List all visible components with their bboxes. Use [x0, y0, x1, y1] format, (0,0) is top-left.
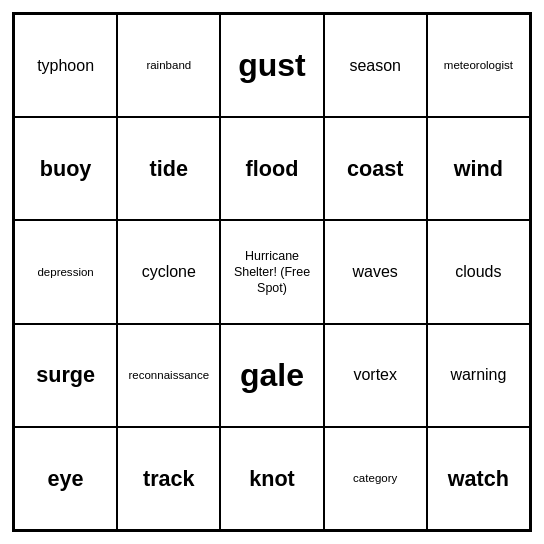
cell-text-4: meteorologist — [444, 59, 513, 72]
bingo-cell-16: reconnaissance — [117, 324, 220, 427]
cell-text-14: clouds — [455, 263, 501, 281]
cell-text-16: reconnaissance — [128, 369, 209, 382]
cell-text-10: depression — [37, 266, 93, 279]
bingo-cell-11: cyclone — [117, 220, 220, 323]
cell-text-5: buoy — [40, 157, 92, 181]
cell-text-1: rainband — [146, 59, 191, 72]
cell-text-13: waves — [353, 263, 398, 281]
bingo-cell-15: surge — [14, 324, 117, 427]
cell-text-11: cyclone — [142, 263, 196, 281]
bingo-cell-20: eye — [14, 427, 117, 530]
cell-text-9: wind — [454, 157, 503, 181]
bingo-cell-9: wind — [427, 117, 530, 220]
bingo-cell-8: coast — [324, 117, 427, 220]
cell-text-18: vortex — [353, 366, 397, 384]
bingo-cell-22: knot — [220, 427, 323, 530]
bingo-cell-1: rainband — [117, 14, 220, 117]
cell-text-8: coast — [347, 157, 403, 181]
bingo-cell-17: gale — [220, 324, 323, 427]
bingo-cell-13: waves — [324, 220, 427, 323]
cell-text-22: knot — [249, 467, 295, 491]
cell-text-15: surge — [36, 363, 95, 387]
cell-text-20: eye — [48, 467, 84, 491]
bingo-cell-23: category — [324, 427, 427, 530]
cell-text-6: tide — [150, 157, 188, 181]
bingo-cell-18: vortex — [324, 324, 427, 427]
cell-text-12: Hurricane Shelter! (Free Spot) — [225, 248, 318, 297]
bingo-cell-7: flood — [220, 117, 323, 220]
bingo-cell-6: tide — [117, 117, 220, 220]
bingo-cell-24: watch — [427, 427, 530, 530]
cell-text-0: typhoon — [37, 57, 94, 75]
cell-text-24: watch — [448, 467, 509, 491]
cell-text-2: gust — [238, 48, 306, 83]
cell-text-3: season — [349, 57, 401, 75]
bingo-board: typhoonrainbandgustseasonmeteorologistbu… — [12, 12, 532, 532]
bingo-cell-19: warning — [427, 324, 530, 427]
bingo-cell-14: clouds — [427, 220, 530, 323]
bingo-cell-3: season — [324, 14, 427, 117]
cell-text-19: warning — [450, 366, 506, 384]
bingo-cell-5: buoy — [14, 117, 117, 220]
bingo-cell-21: track — [117, 427, 220, 530]
bingo-cell-2: gust — [220, 14, 323, 117]
cell-text-7: flood — [246, 157, 299, 181]
bingo-cell-10: depression — [14, 220, 117, 323]
cell-text-17: gale — [240, 358, 304, 393]
bingo-cell-12: Hurricane Shelter! (Free Spot) — [220, 220, 323, 323]
bingo-cell-0: typhoon — [14, 14, 117, 117]
cell-text-23: category — [353, 472, 397, 485]
cell-text-21: track — [143, 467, 195, 491]
bingo-cell-4: meteorologist — [427, 14, 530, 117]
